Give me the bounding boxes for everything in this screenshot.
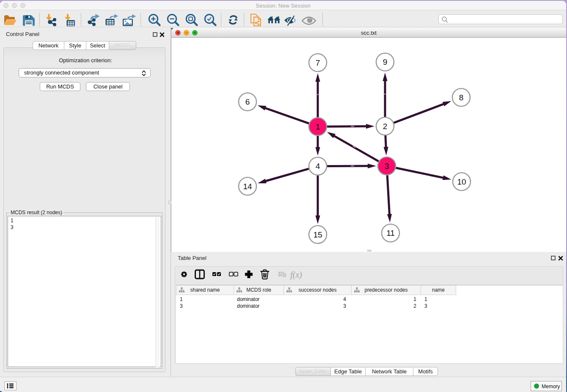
svg-text:f(x): f(x) xyxy=(290,270,302,280)
svg-text:3: 3 xyxy=(385,162,389,171)
svg-text:8: 8 xyxy=(459,93,464,102)
svg-text:4: 4 xyxy=(316,162,320,171)
svg-text:10: 10 xyxy=(457,177,466,186)
svg-text:11: 11 xyxy=(386,229,395,237)
svg-text:15: 15 xyxy=(313,230,322,239)
svg-text:14: 14 xyxy=(243,182,252,191)
svg-text:2: 2 xyxy=(383,122,388,131)
svg-text:9: 9 xyxy=(383,58,388,66)
svg-text:6: 6 xyxy=(245,97,250,106)
svg-text:1: 1 xyxy=(316,122,320,131)
svg-text:7: 7 xyxy=(316,58,320,67)
